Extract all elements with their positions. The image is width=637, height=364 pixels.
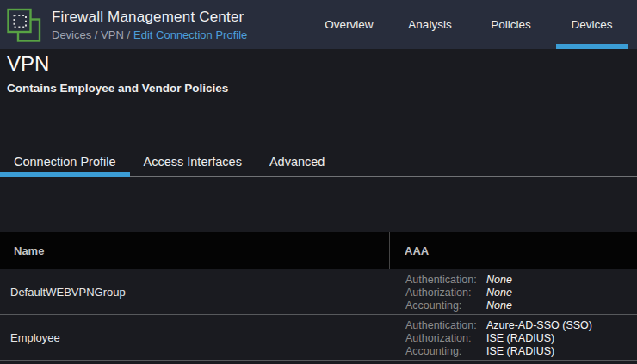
nav-item-overview[interactable]: Overview — [313, 0, 385, 49]
aaa-accounting-label: Accounting: — [405, 299, 486, 312]
table-row-defaultwebvpngroup[interactable]: DefaultWEBVPNGroup Authentication: None … — [0, 269, 637, 315]
aaa-authentication-line: Authentication: Azure-AD-SSO (SSO) — [405, 319, 592, 332]
top-header-bar: Firewall Management Center Devices / VPN… — [0, 0, 637, 49]
nav-item-analysis[interactable]: Analysis — [394, 0, 466, 49]
aaa-authorization-label: Authorization: — [405, 332, 486, 345]
page-title: VPN — [7, 52, 630, 76]
profile-tabs-bar: Connection Profile Access Interfaces Adv… — [0, 148, 637, 177]
breadcrumb-path[interactable]: Devices / VPN / — [52, 28, 130, 41]
profile-name: DefaultWEBVPNGroup — [0, 269, 390, 314]
nav-item-policies[interactable]: Policies — [475, 0, 547, 49]
page-heading-section: VPN Contains Employee and Vendor Policie… — [0, 52, 637, 96]
aaa-authorization-line: Authorization: None — [405, 287, 512, 299]
aaa-accounting-value: ISE (RADIUS) — [486, 345, 554, 358]
aaa-authentication-line: Authentication: None — [405, 274, 512, 287]
title-block: Firewall Management Center Devices / VPN… — [52, 9, 247, 41]
aaa-authentication-value: None — [486, 274, 512, 287]
column-header-name: Name — [0, 232, 390, 269]
aaa-accounting-label: Accounting: — [405, 345, 486, 358]
aaa-authorization-value: None — [486, 287, 512, 299]
page-subtitle: Contains Employee and Vendor Policies — [7, 82, 630, 96]
profile-name: Employee — [0, 315, 390, 360]
aaa-authorization-line: Authorization: ISE (RADIUS) — [405, 332, 592, 345]
aaa-authentication-label: Authentication: — [405, 319, 486, 332]
tab-advanced[interactable]: Advanced — [256, 148, 339, 176]
firewall-management-center-window: Firewall Management Center Devices / VPN… — [0, 0, 637, 364]
breadcrumb-current-link[interactable]: Edit Connection Profile — [133, 28, 247, 41]
table-header-row: Name AAA — [0, 232, 637, 269]
aaa-authentication-value: Azure-AD-SSO (SSO) — [486, 319, 592, 332]
table-row-employee[interactable]: Employee Authentication: Azure-AD-SSO (S… — [0, 315, 637, 361]
aaa-accounting-value: None — [486, 299, 512, 312]
aaa-authentication-label: Authentication: — [405, 274, 486, 287]
aaa-authorization-value: ISE (RADIUS) — [486, 332, 554, 345]
aaa-accounting-line: Accounting: ISE (RADIUS) — [405, 345, 592, 358]
column-header-aaa: AAA — [390, 232, 429, 269]
tab-access-interfaces[interactable]: Access Interfaces — [130, 148, 256, 176]
tab-connection-profile[interactable]: Connection Profile — [0, 148, 130, 176]
connection-profiles-table: Name AAA DefaultWEBVPNGroup Authenticati… — [0, 232, 637, 361]
aaa-cell: Authentication: Azure-AD-SSO (SSO) Autho… — [390, 315, 592, 360]
app-title: Firewall Management Center — [52, 9, 247, 26]
nav-item-devices[interactable]: Devices — [556, 0, 628, 49]
aaa-accounting-line: Accounting: None — [405, 299, 512, 312]
breadcrumb: Devices / VPN /Edit Connection Profile — [52, 28, 247, 41]
aaa-cell: Authentication: None Authorization: None… — [390, 269, 512, 314]
secure-firewall-logo-icon — [7, 8, 41, 43]
top-navigation: Overview Analysis Policies Devices — [313, 0, 637, 49]
aaa-authorization-label: Authorization: — [405, 287, 486, 299]
